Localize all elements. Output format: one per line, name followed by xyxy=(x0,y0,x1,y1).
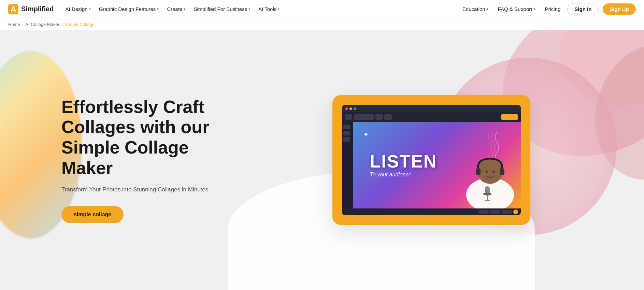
nav-graphic-design[interactable]: Graphic Design Features ▾ xyxy=(96,4,162,14)
svg-point-8 xyxy=(485,171,488,173)
toolbar-input xyxy=(354,114,374,120)
svg-rect-11 xyxy=(483,193,491,195)
chevron-down-icon: ▾ xyxy=(487,7,488,11)
bottom-bar-item2 xyxy=(490,210,500,214)
hero-image-area: ✦ LISTEN To your audience xyxy=(259,95,603,225)
svg-rect-0 xyxy=(8,4,18,14)
hero-text: Effortlessly Craft Collages with our Sim… xyxy=(61,97,232,223)
navbar: Simplified AI Design ▾ Graphic Design Fe… xyxy=(0,0,644,18)
hero-cta-button[interactable]: simple collage xyxy=(61,206,124,223)
toolbar-export xyxy=(501,114,518,120)
breadcrumb-sep: / xyxy=(22,22,24,27)
mockup-screen: ✦ LISTEN To your audience xyxy=(342,105,521,215)
canvas-listen-area: LISTEN To your audience xyxy=(370,153,437,178)
canvas-bg: ✦ LISTEN To your audience xyxy=(353,122,521,208)
svg-rect-7 xyxy=(500,168,504,175)
breadcrumb-ai-collage[interactable]: AI Collage Maker xyxy=(25,22,59,27)
nav-for-business[interactable]: Simplified For Business ▾ xyxy=(190,4,254,14)
mockup-toolbar xyxy=(342,112,521,122)
sidebar-tool xyxy=(343,125,350,129)
chevron-down-icon: ▾ xyxy=(278,7,280,11)
signin-button[interactable]: Sign In xyxy=(567,3,599,15)
chevron-down-icon: ▾ xyxy=(89,7,91,11)
hero-content: Effortlessly Craft Collages with our Sim… xyxy=(0,75,644,245)
bottom-bar-item1 xyxy=(478,210,489,214)
svg-point-9 xyxy=(492,171,495,173)
person-svg xyxy=(453,133,521,208)
toolbar-item3 xyxy=(384,114,392,120)
bottom-bar-item3 xyxy=(502,210,512,214)
sidebar-tool2 xyxy=(343,131,350,135)
chevron-down-icon: ▾ xyxy=(184,7,185,11)
logo-icon xyxy=(8,4,18,14)
canvas-listen-sub: To your audience xyxy=(370,172,437,178)
mockup-sidebar xyxy=(342,122,353,208)
mockup-bottom-bar xyxy=(342,208,521,215)
hero-title: Effortlessly Craft Collages with our Sim… xyxy=(61,97,232,178)
logo-text: Simplified xyxy=(21,5,54,13)
breadcrumb-current: Simple Collage xyxy=(65,22,95,27)
breadcrumb-sep2: / xyxy=(61,22,63,27)
titlebar-expand xyxy=(354,107,356,110)
canvas-star: ✦ xyxy=(363,130,369,139)
canvas-person xyxy=(453,133,521,208)
titlebar-close xyxy=(345,107,348,110)
mockup-wrapper: ✦ LISTEN To your audience xyxy=(332,95,530,225)
mockup-body: ✦ LISTEN To your audience xyxy=(342,122,521,208)
svg-rect-6 xyxy=(476,168,481,175)
canvas-listen-text: LISTEN xyxy=(370,153,437,170)
bottom-gold-dot xyxy=(513,209,518,214)
signup-button[interactable]: Sign Up xyxy=(603,3,636,15)
mockup-titlebar xyxy=(342,105,521,112)
sidebar-tool3 xyxy=(343,137,350,142)
chevron-down-icon: ▾ xyxy=(248,7,250,11)
nav-ai-design[interactable]: AI Design ▾ xyxy=(62,4,94,14)
nav-right: Education ▾ FAQ & Support ▾ Pricing Sign… xyxy=(460,3,636,15)
nav-create[interactable]: Create ▾ xyxy=(163,4,189,14)
nav-ai-tools[interactable]: AI Tools ▾ xyxy=(255,4,283,14)
breadcrumb-home[interactable]: Home xyxy=(8,22,20,27)
nav-faq[interactable]: FAQ & Support ▾ xyxy=(495,4,538,14)
nav-education[interactable]: Education ▾ xyxy=(460,4,491,14)
chevron-down-icon: ▾ xyxy=(157,7,159,11)
svg-rect-12 xyxy=(485,200,490,201)
toolbar-item xyxy=(345,114,352,120)
nav-pricing[interactable]: Pricing xyxy=(542,4,563,14)
titlebar-minimize xyxy=(349,107,352,110)
toolbar-item2 xyxy=(375,114,383,120)
hero-subtitle: Transform Your Photos into Stunning Coll… xyxy=(61,185,232,194)
logo-link[interactable]: Simplified xyxy=(8,4,54,14)
chevron-down-icon: ▾ xyxy=(533,7,535,11)
hero-section: Effortlessly Craft Collages with our Sim… xyxy=(0,30,644,290)
nav-items: AI Design ▾ Graphic Design Features ▾ Cr… xyxy=(62,4,460,14)
mockup-canvas: ✦ LISTEN To your audience xyxy=(353,122,521,208)
breadcrumb: Home / AI Collage Maker / Simple Collage xyxy=(0,18,644,30)
